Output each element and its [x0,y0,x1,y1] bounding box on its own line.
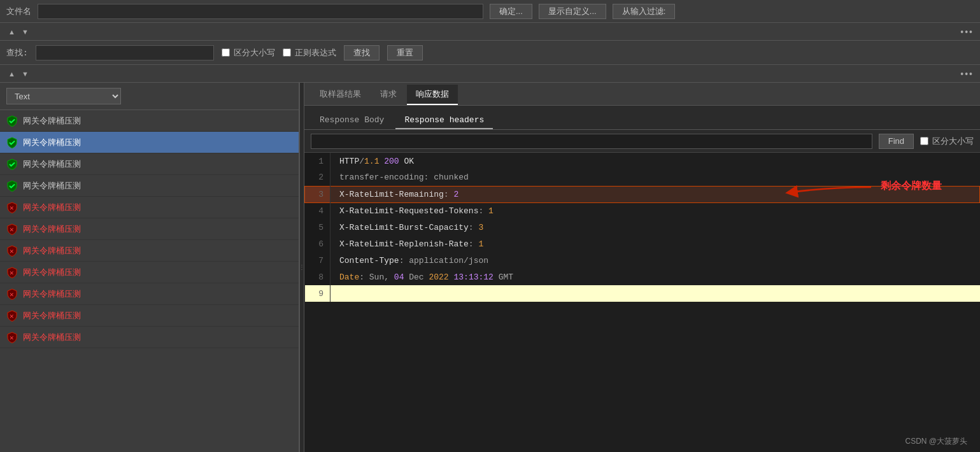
line-number: 4 [305,202,330,219]
right-search-row: Find 区分大小写 [304,130,980,153]
line-content: X-RateLimit-Remaining: 2 [330,186,980,202]
line-number: 7 [305,252,330,269]
line-content: X-RateLimit-Requested-Tokens: 1 [330,202,980,219]
line-number: 1 [305,153,330,169]
line-number: 9 [305,285,330,302]
right-find-button[interactable]: Find [879,134,914,149]
tab-取样器结果[interactable]: 取样器结果 [311,85,370,105]
red-shield-icon: ✕ [6,267,18,278]
ellipsis-button-2[interactable]: ••• [960,69,974,79]
svg-text:✕: ✕ [10,313,14,320]
red-shield-icon: ✕ [6,332,18,343]
search-row: 查找: 区分大小写 正则表达式 查找 重置 [0,41,980,65]
svg-text:✕: ✕ [10,291,14,299]
resize-handle[interactable]: ⋮ [299,83,304,452]
display-button[interactable]: 显示自定义... [539,4,606,19]
code-line: 1HTTP/1.1 200 OK [305,153,980,169]
list-item-text: 网关令牌桶压测 [23,288,81,300]
svg-text:✕: ✕ [10,334,14,342]
list-item[interactable]: 网关令牌桶压测 [0,175,299,197]
regex-checkbox[interactable] [283,48,291,57]
line-content [330,285,980,302]
red-shield-icon: ✕ [6,223,18,235]
list-area: 网关令牌桶压测网关令牌桶压测网关令牌桶压测网关令牌桶压测✕网关令牌桶压测✕网关令… [0,110,299,452]
sort-row-2: ▲ ▼ ••• [0,65,980,83]
list-item[interactable]: 网关令牌桶压测 [0,153,299,175]
line-number: 3 [305,186,330,202]
file-input[interactable] [38,4,483,19]
file-label: 文件名 [6,6,31,17]
list-item[interactable]: 网关令牌桶压测 [0,110,299,132]
right-case-checkbox[interactable] [920,137,928,145]
left-panel: Text 网关令牌桶压测网关令牌桶压测网关令牌桶压测网关令牌桶压测✕网关令牌桶压… [0,83,299,452]
code-line: 8Date: Sun, 04 Dec 2022 13:13:12 GMT [305,269,980,285]
code-line: 3X-RateLimit-Remaining: 2 [305,186,980,202]
tab-响应数据[interactable]: 响应数据 [407,85,458,105]
tabs-row: 取样器结果请求响应数据 [304,83,980,106]
svg-text:✕: ✕ [10,204,14,212]
sort-down-button-2[interactable]: ▼ [20,70,31,78]
line-content: X-RateLimit-Replenish-Rate: 1 [330,236,980,252]
right-case-group: 区分大小写 [920,136,974,147]
red-shield-icon: ✕ [6,288,18,300]
list-item[interactable]: ✕网关令牌桶压测 [0,283,299,305]
line-content: HTTP/1.1 200 OK [330,153,980,169]
type-select[interactable]: Text [6,88,121,104]
dropdown-row: Text [0,83,299,110]
green-shield-icon [6,180,18,192]
code-area: 1HTTP/1.1 200 OK2transfer-encoding: chun… [304,153,980,452]
list-item-text: 网关令牌桶压测 [23,115,81,127]
list-item[interactable]: 网关令牌桶压测 [0,132,299,153]
filter-button[interactable]: 从输入过滤: [613,4,676,19]
code-line: 5X-RateLimit-Burst-Capacity: 3 [305,219,980,236]
line-content: transfer-encoding: chunked [330,169,980,186]
tab-请求[interactable]: 请求 [371,85,406,105]
right-search-input[interactable] [311,134,872,149]
list-item[interactable]: ✕网关令牌桶压测 [0,305,299,327]
list-item[interactable]: ✕网关令牌桶压测 [0,218,299,240]
line-number: 6 [305,236,330,252]
list-item[interactable]: ✕网关令牌桶压测 [0,197,299,218]
sort-arrows-2: ▲ ▼ [6,70,31,78]
line-content: Content-Type: application/json [330,252,980,269]
list-item[interactable]: ✕网关令牌桶压测 [0,262,299,283]
sort-row-1: ▲ ▼ ••• [0,23,980,41]
code-line: 4X-RateLimit-Requested-Tokens: 1 [305,202,980,219]
list-item-text: 网关令牌桶压测 [23,202,81,213]
sub-tabs-row: Response BodyResponse headers [304,106,980,130]
list-item[interactable]: ✕网关令牌桶压测 [0,327,299,348]
find-button[interactable]: 查找 [344,45,380,60]
svg-text:✕: ✕ [10,226,14,234]
sort-down-button[interactable]: ▼ [20,28,31,36]
confirm-button[interactable]: 确定... [490,4,532,19]
list-item[interactable]: ✕网关令牌桶压测 [0,240,299,262]
right-case-label: 区分大小写 [932,136,974,147]
line-content: Date: Sun, 04 Dec 2022 13:13:12 GMT [330,269,980,285]
list-item-text: 网关令牌桶压测 [23,180,81,192]
line-number: 8 [305,269,330,285]
watermark: CSDN @大菠萝头 [905,436,967,447]
sort-up-button[interactable]: ▲ [6,28,17,36]
search-input[interactable] [36,45,214,60]
green-shield-icon [6,115,18,127]
code-line: 9 [305,285,980,302]
sort-up-button-2[interactable]: ▲ [6,70,17,78]
green-shield-icon [6,159,18,170]
list-item-text: 网关令牌桶压测 [23,267,81,278]
line-content: X-RateLimit-Burst-Capacity: 3 [330,219,980,236]
ellipsis-button-1[interactable]: ••• [960,27,974,37]
list-item-text: 网关令牌桶压测 [23,137,81,148]
case-sensitive-checkbox[interactable] [222,48,230,57]
sort-arrows: ▲ ▼ [6,28,31,36]
main-content: Text 网关令牌桶压测网关令牌桶压测网关令牌桶压测网关令牌桶压测✕网关令牌桶压… [0,83,980,452]
top-toolbar: 文件名 确定... 显示自定义... 从输入过滤: [0,0,980,23]
sub-tab-Response-Body[interactable]: Response Body [311,112,393,129]
code-table: 1HTTP/1.1 200 OK2transfer-encoding: chun… [304,153,980,302]
right-panel: 取样器结果请求响应数据 Response BodyResponse header… [304,83,980,452]
regex-group: 正则表达式 [283,47,336,59]
sub-tab-Response-headers[interactable]: Response headers [395,112,493,129]
red-shield-icon: ✕ [6,202,18,213]
list-item-text: 网关令牌桶压测 [23,310,81,321]
reset-button[interactable]: 重置 [387,45,423,60]
list-item-text: 网关令牌桶压测 [23,159,81,170]
